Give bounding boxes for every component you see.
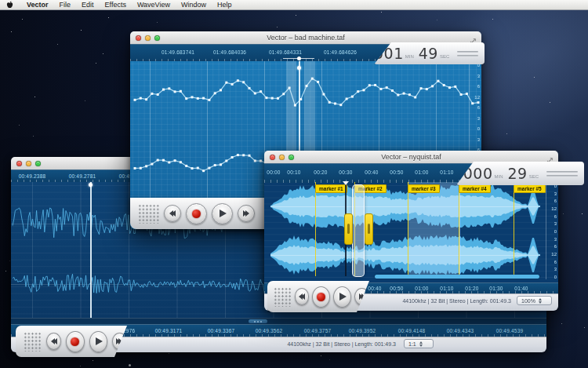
- rewind-icon: [169, 210, 176, 217]
- counter-slider[interactable]: [546, 169, 578, 178]
- apple-menu-icon[interactable]: [6, 1, 13, 9]
- db-scale-ruler: 036126303612630: [546, 184, 557, 279]
- scrollbar-handle[interactable]: [249, 319, 267, 323]
- time-label: 01:49.684036: [213, 49, 246, 55]
- resize-icon[interactable]: [470, 34, 477, 41]
- record-button[interactable]: [186, 203, 207, 224]
- waveform-display[interactable]: marker #1marker #2marker #3marker #4mark…: [264, 182, 558, 282]
- menu-item-edit[interactable]: Edit: [76, 0, 100, 9]
- db-label: 3: [477, 116, 480, 121]
- marker-label[interactable]: marker #3: [408, 184, 440, 193]
- counter-seconds-unit: SEC: [529, 174, 539, 179]
- rewind-button[interactable]: [46, 333, 61, 350]
- marker-label[interactable]: marker #1: [315, 184, 347, 193]
- play-button[interactable]: [212, 203, 233, 224]
- db-label: 12: [551, 206, 557, 211]
- record-button[interactable]: [66, 331, 84, 352]
- zoom-level-value: 100%: [521, 298, 535, 304]
- time-label: 01:10: [440, 286, 453, 291]
- stepper-icon: [419, 341, 423, 347]
- time-label: 01:00: [415, 169, 428, 175]
- time-counter: 000 MIN 29 SEC: [456, 162, 584, 185]
- db-label: 12: [474, 95, 480, 100]
- loop-region-handle[interactable]: [352, 184, 365, 277]
- record-icon: [71, 337, 79, 346]
- zoom-level-dropdown[interactable]: 100%: [517, 296, 552, 305]
- stepper-icon: [539, 298, 542, 304]
- db-label: 0: [554, 229, 557, 234]
- menu-item-waveview[interactable]: WaveView: [132, 0, 176, 9]
- marker-label[interactable]: marker #4: [459, 184, 491, 193]
- minimize-button[interactable]: [26, 161, 31, 166]
- time-label: 00:00: [267, 169, 280, 175]
- time-label: 01:20: [465, 286, 478, 291]
- playhead-handle[interactable]: [283, 58, 314, 60]
- playhead-dot[interactable]: [89, 183, 93, 187]
- rewind-icon: [299, 293, 305, 300]
- window-title: Vector – nyquist.taf: [264, 153, 558, 161]
- zoom-level-dropdown[interactable]: 1:1: [404, 339, 434, 348]
- record-button[interactable]: [312, 286, 330, 308]
- marker-line[interactable]: [315, 182, 316, 276]
- time-label: 00:50: [390, 286, 403, 291]
- playhead-dot[interactable]: [297, 66, 301, 70]
- resize-icon[interactable]: [546, 153, 554, 160]
- db-label: 6: [554, 260, 557, 264]
- rewind-button[interactable]: [164, 205, 181, 222]
- marker-label[interactable]: marker #5: [514, 184, 546, 193]
- counter-seconds: 49: [419, 45, 438, 62]
- close-button[interactable]: [16, 161, 22, 166]
- menu-item-help[interactable]: Help: [212, 0, 238, 9]
- speaker-grille-icon: [138, 204, 159, 224]
- play-button[interactable]: [89, 331, 107, 352]
- menu-item-effects[interactable]: Effects: [100, 0, 132, 9]
- file-info-text: 44100khz | 32 Bit | Stereo | Length: 001…: [287, 341, 396, 347]
- menu-item-app[interactable]: Vector: [21, 0, 54, 9]
- time-label: 00:49.3367: [208, 328, 235, 333]
- marker-line[interactable]: [514, 182, 514, 276]
- time-label: 00:49.4539: [496, 328, 524, 333]
- zoom-level-value: 1:1: [408, 341, 416, 347]
- file-info-text: 44100khz | 32 Bit | Stereo | Length: 001…: [402, 298, 511, 304]
- db-label: 0: [477, 126, 480, 131]
- db-label: 6: [554, 244, 557, 249]
- time-label: 00:10: [287, 169, 300, 175]
- db-label: 3: [477, 137, 480, 142]
- time-label: 00:49.2388: [19, 173, 46, 179]
- time-label: 00:49.3171: [155, 328, 183, 333]
- rewind-button[interactable]: [295, 288, 310, 305]
- marker-line[interactable]: [408, 182, 408, 276]
- menu-item-file[interactable]: File: [54, 0, 77, 9]
- db-label: 6: [477, 105, 480, 110]
- loop-handle-left[interactable]: [344, 213, 353, 245]
- time-label: 00:49.4343: [447, 328, 474, 333]
- db-label: 6: [554, 199, 557, 203]
- time-counter: 001 MIN 49 SEC: [374, 42, 485, 64]
- record-icon: [192, 210, 201, 218]
- menu-item-window[interactable]: Window: [176, 0, 212, 9]
- counter-minutes-unit: MIN: [405, 54, 414, 59]
- loop-handle-right[interactable]: [365, 213, 373, 245]
- time-label: 01:40: [514, 286, 528, 291]
- counter-slider[interactable]: [457, 49, 478, 58]
- db-label: 3: [554, 237, 557, 242]
- fast-forward-button[interactable]: [238, 205, 255, 222]
- zoom-button[interactable]: [35, 161, 41, 166]
- selected-region[interactable]: [408, 182, 460, 276]
- play-button[interactable]: [333, 286, 351, 308]
- transport-bar: [16, 326, 127, 357]
- time-label: 01:10: [440, 169, 453, 175]
- time-label: 00:30: [339, 169, 352, 175]
- time-label: 00:49.3562: [256, 328, 283, 333]
- menu-bar: Vector FileEditEffectsWaveViewWindowHelp: [0, 0, 588, 10]
- db-label: 3: [477, 74, 480, 78]
- playhead-line[interactable]: [90, 182, 92, 318]
- time-label: 00:49.2781: [69, 173, 96, 179]
- play-icon: [220, 210, 227, 217]
- marker-line[interactable]: [459, 182, 459, 276]
- time-label: 01:49.684331: [269, 49, 302, 55]
- play-icon: [96, 337, 103, 345]
- time-label: 01:00: [415, 286, 428, 291]
- horizontal-scrollbar[interactable]: [375, 275, 539, 279]
- db-label: 6: [477, 84, 480, 89]
